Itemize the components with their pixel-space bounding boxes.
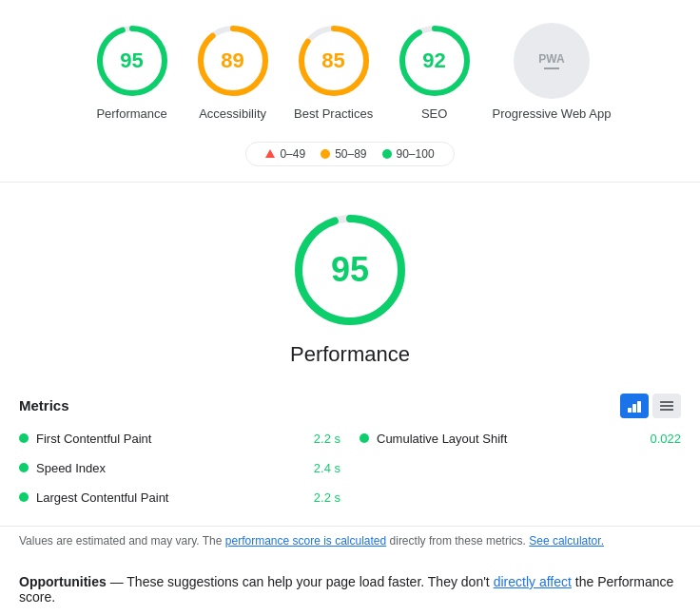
metric-row-lcp: Largest Contentful Paint 2.2 s bbox=[19, 485, 340, 510]
list-view-icon bbox=[659, 398, 674, 413]
metrics-header: Metrics bbox=[19, 382, 681, 426]
metric-row-si: Speed Index 2.4 s bbox=[19, 455, 340, 481]
metric-value-lcp: 2.2 s bbox=[314, 490, 340, 505]
score-item-best-practices[interactable]: 85 Best Practices bbox=[291, 23, 377, 123]
score-circle-seo: 92 bbox=[397, 23, 473, 99]
metrics-grid: First Contentful Paint 2.2 s Cumulative … bbox=[19, 426, 681, 526]
score-item-seo[interactable]: 92 SEO bbox=[392, 23, 477, 123]
list-view-button[interactable] bbox=[652, 394, 681, 418]
metric-dot-cls bbox=[360, 433, 369, 443]
metric-dot-lcp bbox=[19, 492, 29, 502]
metrics-section: Metrics First Contentful Paint bbox=[0, 382, 700, 526]
performance-score-link[interactable]: performance score is calculated bbox=[225, 534, 386, 548]
metric-name-cls: Cumulative Layout Shift bbox=[377, 432, 642, 446]
legend-range: 50–89 bbox=[335, 147, 366, 161]
metric-name-lcp: Largest Contentful Paint bbox=[36, 490, 306, 505]
opportunities-header: Opportunities — These suggestions can he… bbox=[19, 574, 681, 605]
score-label-accessibility: Accessibility bbox=[199, 106, 266, 123]
pwa-text: PWA bbox=[538, 52, 564, 66]
bar-view-icon bbox=[627, 398, 642, 413]
metric-value-cls: 0.022 bbox=[650, 432, 681, 446]
metric-name-fcp: First Contentful Paint bbox=[36, 432, 306, 446]
score-label-best-practices: Best Practices bbox=[294, 106, 373, 123]
svg-rect-11 bbox=[632, 404, 636, 413]
directly-affect-link[interactable]: directly affect bbox=[494, 574, 572, 589]
footer-text-middle: directly from these metrics. bbox=[386, 534, 529, 548]
metrics-title: Metrics bbox=[19, 397, 69, 413]
score-number-performance: 95 bbox=[120, 48, 143, 73]
svg-rect-14 bbox=[660, 405, 673, 407]
score-label-pwa: Progressive Web App bbox=[493, 106, 612, 123]
score-number-best-practices: 85 bbox=[321, 48, 344, 73]
legend-inner: 0–4950–8990–100 bbox=[245, 142, 454, 166]
calculator-link[interactable]: See calculator. bbox=[529, 534, 604, 548]
big-score-number: 95 bbox=[331, 250, 369, 290]
bar-view-button[interactable] bbox=[620, 394, 649, 418]
metric-dot-fcp bbox=[19, 433, 29, 443]
footer-note: Values are estimated and may vary. The p… bbox=[0, 526, 700, 563]
metric-name-si: Speed Index bbox=[36, 461, 306, 475]
big-score-section: 95 Performance bbox=[0, 183, 700, 382]
legend-item-50–89: 50–89 bbox=[321, 147, 366, 161]
opportunities-title: Opportunities bbox=[19, 574, 107, 589]
score-circle-performance: 95 bbox=[94, 23, 170, 99]
legend: 0–4950–8990–100 bbox=[0, 134, 700, 182]
metric-value-si: 2.4 s bbox=[314, 461, 340, 475]
legend-triangle-icon bbox=[265, 149, 275, 158]
footer-text-before: Values are estimated and may vary. The bbox=[19, 534, 225, 548]
score-item-accessibility[interactable]: 89 Accessibility bbox=[190, 23, 276, 123]
legend-item-90–100: 90–100 bbox=[382, 147, 435, 161]
legend-range: 90–100 bbox=[397, 147, 435, 161]
metric-row-empty1 bbox=[360, 455, 681, 481]
opportunities-subtitle: — These suggestions can help your page l… bbox=[110, 574, 494, 589]
pwa-dash bbox=[544, 67, 559, 69]
svg-rect-10 bbox=[628, 408, 632, 413]
score-label-seo: SEO bbox=[421, 106, 447, 123]
score-number-seo: 92 bbox=[422, 48, 445, 73]
pwa-circle: PWA bbox=[514, 23, 590, 99]
legend-item-0–49: 0–49 bbox=[265, 147, 305, 161]
opportunities-section: Opportunities — These suggestions can he… bbox=[0, 563, 700, 615]
metric-row-empty2 bbox=[360, 485, 681, 510]
legend-dot-icon bbox=[382, 149, 392, 159]
svg-rect-12 bbox=[637, 401, 641, 413]
metric-row-cls: Cumulative Layout Shift 0.022 bbox=[360, 426, 681, 452]
big-score-label: Performance bbox=[290, 342, 410, 367]
scores-section: 95 Performance 89 Accessibility 85 Best … bbox=[0, 0, 700, 134]
metric-value-fcp: 2.2 s bbox=[314, 432, 340, 446]
score-circle-best-practices: 85 bbox=[296, 23, 372, 99]
view-buttons bbox=[620, 394, 681, 418]
score-item-performance[interactable]: 95 Performance bbox=[89, 23, 175, 123]
score-item-pwa[interactable]: PWA Progressive Web App bbox=[493, 23, 612, 123]
metric-dot-si bbox=[19, 463, 29, 472]
score-number-accessibility: 89 bbox=[221, 48, 243, 73]
legend-dot-icon bbox=[321, 149, 330, 159]
score-label-performance: Performance bbox=[96, 106, 166, 123]
score-circle-accessibility: 89 bbox=[195, 23, 271, 99]
legend-range: 0–49 bbox=[280, 147, 305, 161]
big-score-circle: 95 bbox=[293, 213, 407, 327]
svg-rect-13 bbox=[660, 401, 673, 403]
metric-row-fcp: First Contentful Paint 2.2 s bbox=[19, 426, 340, 452]
svg-rect-15 bbox=[660, 409, 673, 411]
